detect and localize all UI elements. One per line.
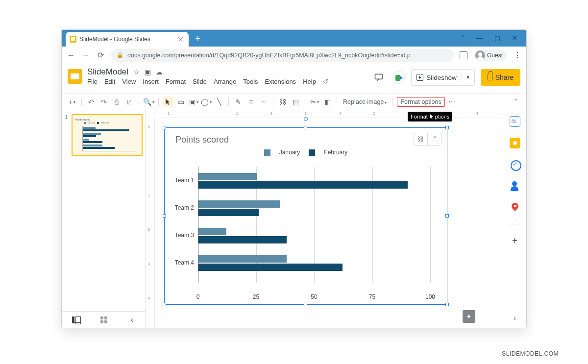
chrome-menu-icon[interactable]: ⋮: [514, 50, 521, 60]
nav-back-icon[interactable]: ←: [67, 51, 75, 60]
undo-icon[interactable]: ↶: [86, 97, 97, 107]
url-text: docs.google.com/presentation/d/1Qqd92QB2…: [127, 52, 411, 59]
redo-icon[interactable]: ↷: [98, 97, 109, 107]
menu-help[interactable]: Help: [303, 78, 316, 85]
star-icon[interactable]: ☆: [133, 68, 140, 76]
address-bar[interactable]: 🔒 docs.google.com/presentation/d/1Qqd92Q…: [111, 49, 454, 62]
filmstrip-panel: 1 Points scored JanuaryFebruary ‹: [62, 110, 146, 328]
side-panel: + ›: [503, 110, 526, 328]
window-close-icon[interactable]: ✕: [512, 34, 517, 42]
toolbar: + ↶ ↷ ⎙ ⟀ 🔍 ▭ ▣ ◯ ╲ ✎ ≡ ┄ ⛓ ▤ ✂ ◧ Replac…: [62, 94, 526, 110]
resize-handle[interactable]: [163, 214, 166, 218]
collapse-toolbar-icon[interactable]: ˄: [511, 97, 521, 107]
browser-window: SlideModel - Google Slides + ˅ — ▢ ✕ ← →…: [61, 29, 527, 328]
window-maximize-icon[interactable]: ▢: [494, 34, 500, 42]
document-title[interactable]: SlideModel: [87, 67, 128, 77]
menu-arrange[interactable]: Arrange: [214, 78, 236, 85]
share-button[interactable]: Share: [481, 69, 520, 86]
paint-format-icon[interactable]: ⟀: [124, 97, 135, 107]
resize-handle[interactable]: [445, 303, 449, 306]
border-weight-icon[interactable]: ≡: [245, 97, 256, 107]
nav-reload-icon[interactable]: ⟳: [96, 50, 105, 60]
link-icon[interactable]: ⛓: [277, 97, 288, 107]
tooltip-text-right: ptions: [435, 114, 449, 120]
contacts-icon[interactable]: [510, 181, 520, 192]
resize-handle[interactable]: [304, 303, 307, 306]
menu-format[interactable]: Format: [166, 78, 186, 85]
window-minimize-icon[interactable]: —: [476, 34, 483, 42]
window-controls: ˅ — ▢ ✕: [461, 34, 526, 47]
crop-icon[interactable]: ✂: [309, 97, 320, 107]
image-icon[interactable]: ▣: [188, 97, 199, 107]
textbox-icon[interactable]: ▭: [175, 97, 186, 107]
explore-button[interactable]: ✦: [463, 310, 475, 323]
play-icon: [416, 74, 423, 81]
get-addons-icon[interactable]: +: [510, 235, 520, 246]
tasks-icon[interactable]: [510, 159, 520, 170]
tooltip-text-left: Format: [411, 114, 428, 120]
keep-icon[interactable]: [510, 138, 520, 148]
last-edit-icon[interactable]: ↺: [323, 78, 328, 85]
new-slide-button[interactable]: +: [67, 97, 77, 107]
menu-tools[interactable]: Tools: [243, 78, 258, 85]
linked-chart-menu-icon[interactable]: ˅: [428, 133, 441, 145]
move-folder-icon[interactable]: ▣: [145, 68, 151, 76]
border-dash-icon[interactable]: ┄: [258, 97, 269, 107]
linked-chart-link-icon[interactable]: ⛓: [414, 133, 428, 145]
lock-icon: [488, 74, 492, 80]
resize-handle[interactable]: [163, 303, 166, 306]
menu-insert[interactable]: Insert: [143, 78, 159, 85]
replace-image-button[interactable]: Replace image: [341, 98, 389, 105]
work-area: 1 Points scored JanuaryFebruary ‹ 112345…: [62, 110, 526, 328]
mask-icon[interactable]: ◧: [322, 97, 333, 107]
watermark: SLIDEMODEL.COM: [502, 350, 559, 357]
browser-toolbar: ← → ⟳ 🔒 docs.google.com/presentation/d/1…: [62, 47, 526, 64]
profile-badge[interactable]: Guest: [474, 49, 507, 61]
new-tab-button[interactable]: +: [193, 34, 203, 45]
grid-view-icon[interactable]: [97, 315, 111, 325]
share-label: Share: [495, 73, 514, 81]
slides-logo[interactable]: [68, 67, 83, 87]
slide-number: 1: [65, 114, 70, 120]
resize-handle[interactable]: [445, 214, 449, 218]
hide-side-panel-icon[interactable]: ›: [514, 314, 516, 322]
menu-bar: File Edit View Insert Format Slide Arran…: [87, 78, 328, 85]
format-options-button[interactable]: Format options: [397, 97, 444, 107]
rotation-handle[interactable]: [304, 117, 308, 121]
menu-slide[interactable]: Slide: [193, 78, 207, 85]
resize-handle[interactable]: [163, 126, 166, 129]
avatar-icon: [475, 50, 485, 60]
vertical-ruler: 11234: [146, 118, 155, 328]
filmstrip-view-icon[interactable]: [69, 315, 83, 325]
resize-handle[interactable]: [445, 126, 449, 129]
extensions-icon[interactable]: [460, 51, 467, 59]
meet-icon[interactable]: [392, 71, 405, 84]
shape-icon[interactable]: ◯: [201, 97, 212, 107]
slide-thumbnail-1[interactable]: Points scored JanuaryFebruary: [72, 114, 143, 156]
menu-extensions[interactable]: Extensions: [265, 78, 296, 85]
collapse-filmstrip-icon[interactable]: ‹: [124, 315, 139, 325]
browser-tab[interactable]: SlideModel - Google Slides: [66, 32, 189, 47]
slide-canvas[interactable]: ⛓ ˅ Points scored JanuaryFebruary Team 1…: [165, 128, 447, 304]
line-icon[interactable]: ╲: [214, 97, 224, 107]
menu-file[interactable]: File: [87, 78, 98, 85]
resize-handle[interactable]: [304, 126, 307, 129]
menu-view[interactable]: View: [122, 78, 136, 85]
calendar-icon[interactable]: [510, 116, 520, 127]
lock-icon: 🔒: [117, 52, 123, 58]
menu-edit[interactable]: Edit: [104, 78, 115, 85]
maps-icon[interactable]: [510, 202, 520, 213]
zoom-icon[interactable]: 🔍: [143, 97, 154, 107]
slideshow-button[interactable]: Slideshow ▼: [411, 69, 474, 86]
more-icon[interactable]: ⋯: [447, 97, 458, 107]
chevron-down-icon[interactable]: ˅: [461, 34, 465, 42]
border-color-icon[interactable]: ✎: [233, 97, 244, 107]
close-tab-icon[interactable]: [178, 36, 184, 42]
print-icon[interactable]: ⎙: [111, 97, 122, 107]
slides-favicon: [70, 36, 76, 43]
comments-icon[interactable]: [371, 70, 387, 85]
svg-rect-0: [375, 74, 383, 79]
select-tool-icon[interactable]: [163, 97, 173, 107]
nav-forward-icon[interactable]: →: [81, 51, 90, 60]
comment-icon[interactable]: ▤: [290, 97, 301, 107]
